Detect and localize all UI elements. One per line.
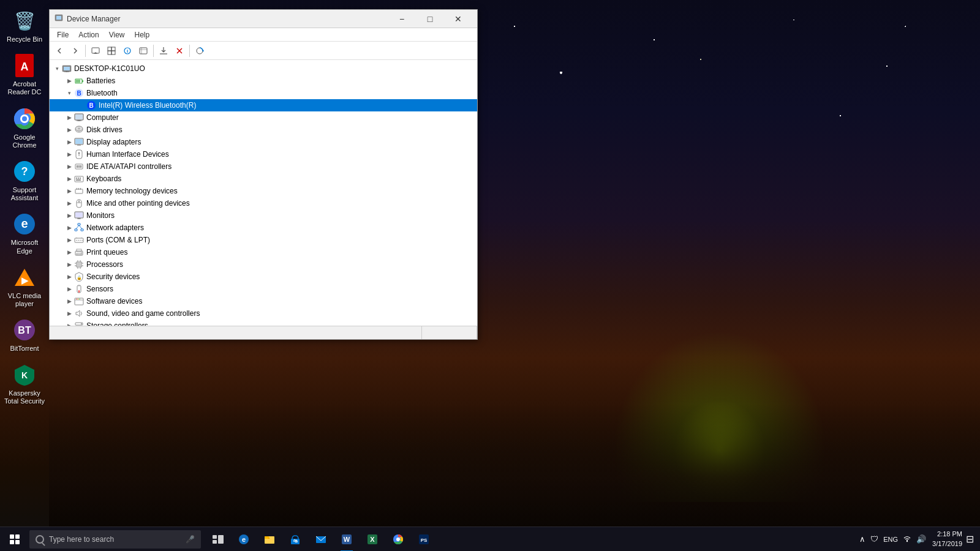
desktop-icon-chrome[interactable]: Google Chrome bbox=[1, 103, 48, 153]
root-icon bbox=[62, 64, 72, 73]
menu-action[interactable]: Action bbox=[74, 28, 104, 42]
chevron-up-icon[interactable]: ∧ bbox=[858, 533, 867, 545]
svg-rect-64 bbox=[78, 178, 79, 179]
taskbar: Type here to search 🎤 e bbox=[0, 527, 980, 551]
tree-node-keyboards[interactable]: ▶ Keyboards bbox=[50, 173, 477, 185]
update-driver-btn[interactable] bbox=[156, 43, 171, 58]
uninstall-btn[interactable] bbox=[172, 43, 187, 58]
software-label: Software devices bbox=[86, 297, 142, 305]
sensors-icon bbox=[74, 284, 84, 294]
svg-text:A: A bbox=[21, 61, 29, 73]
svg-line-81 bbox=[76, 225, 79, 229]
tree-node-ide[interactable]: ▶ IDE ATA/ATAPI controllers bbox=[50, 160, 477, 173]
mice-icon bbox=[74, 198, 84, 208]
tree-node-software[interactable]: ▶ Software devices bbox=[50, 295, 477, 307]
svg-line-82 bbox=[79, 225, 82, 229]
minimize-button[interactable]: − bbox=[388, 10, 416, 28]
taskbar-word[interactable]: W bbox=[334, 527, 359, 552]
tree-node-sound[interactable]: ▶ Sound, video and game controllers bbox=[50, 307, 477, 320]
disk-expander: ▶ bbox=[64, 125, 74, 135]
monitors-icon bbox=[74, 211, 84, 220]
taskbar-explorer[interactable] bbox=[257, 527, 282, 552]
desktop-icon-vlc[interactable]: ▶ VLC media player bbox=[1, 261, 48, 312]
taskbar-edge[interactable]: e bbox=[232, 527, 256, 552]
scan-hardware-btn[interactable] bbox=[192, 43, 207, 58]
tree-node-security[interactable]: ▶ 🔒 Security devices bbox=[50, 271, 477, 283]
desktop-icon-edge[interactable]: e Microsoft Edge bbox=[1, 208, 48, 258]
security-icon-tb[interactable]: 🛡 bbox=[869, 533, 880, 545]
forward-button[interactable] bbox=[68, 43, 83, 58]
tree-node-monitors[interactable]: ▶ Monitors bbox=[50, 209, 477, 222]
taskbar-store[interactable]: 🛍 bbox=[283, 527, 307, 552]
tree-node-display[interactable]: ▶ Display adapters bbox=[50, 136, 477, 148]
start-button[interactable] bbox=[0, 527, 29, 552]
menu-help[interactable]: Help bbox=[130, 28, 155, 42]
resources-view-btn[interactable] bbox=[104, 43, 119, 58]
svg-text:X: X bbox=[370, 536, 375, 543]
window-controls: − □ ✕ bbox=[388, 10, 472, 28]
taskbar-powershell[interactable]: PS bbox=[412, 527, 436, 552]
tree-node-ports[interactable]: ▶ Ports (COM & LPT) bbox=[50, 234, 477, 246]
desktop-icon-acrobat[interactable]: A AcrobatReader DC bbox=[1, 50, 48, 100]
desktop-icon-hp-support[interactable]: ? Support Assistant bbox=[1, 156, 48, 206]
network-icon-tb[interactable] bbox=[902, 533, 913, 545]
svg-point-93 bbox=[81, 252, 82, 253]
tree-node-print[interactable]: ▶ Print queues bbox=[50, 246, 477, 258]
taskbar-mail[interactable] bbox=[309, 527, 333, 552]
close-button[interactable]: ✕ bbox=[444, 10, 472, 28]
toolbar-sep-2 bbox=[153, 45, 154, 57]
ide-icon bbox=[74, 162, 84, 171]
menu-view[interactable]: View bbox=[104, 28, 130, 42]
taskbar-chrome[interactable] bbox=[386, 527, 410, 552]
tree-node-bluetooth[interactable]: ▾ B Bluetooth bbox=[50, 87, 477, 99]
svg-rect-128 bbox=[213, 540, 217, 544]
device-tree[interactable]: ▾ DESKTOP-K1C01UO ▶ bbox=[50, 60, 477, 326]
tree-node-mice[interactable]: ▶ Mice and other pointing devices bbox=[50, 197, 477, 209]
notif-icons: ∧ 🛡 ENG 🔊 bbox=[856, 533, 930, 545]
show-devices-resources-btn[interactable] bbox=[136, 43, 151, 58]
taskbar-clock[interactable]: 2:18 PM 3/17/2019 bbox=[932, 530, 962, 549]
tree-node-sensors[interactable]: ▶ Sensors bbox=[50, 283, 477, 295]
desktop-icon-bittorrent[interactable]: BT BitTorrent bbox=[1, 314, 48, 356]
back-button[interactable] bbox=[52, 43, 67, 58]
maximize-button[interactable]: □ bbox=[416, 10, 444, 28]
ports-label: Ports (COM & LPT) bbox=[86, 236, 150, 244]
svg-rect-133 bbox=[265, 536, 269, 539]
desktop-icon-recycle-bin[interactable]: 🗑️ Recycle Bin bbox=[1, 5, 48, 47]
desktop-icon-kaspersky[interactable]: K KasperskyTotal Security bbox=[1, 359, 48, 409]
batteries-label: Batteries bbox=[86, 77, 115, 85]
volume-icon[interactable]: 🔊 bbox=[915, 533, 927, 545]
menu-file[interactable]: File bbox=[52, 28, 74, 42]
tree-node-processors[interactable]: ▶ Processors bbox=[50, 258, 477, 271]
tree-node-computer[interactable]: ▶ Computer bbox=[50, 111, 477, 124]
tree-node-batteries[interactable]: ▶ Batteries bbox=[50, 75, 477, 87]
computer-expander: ▶ bbox=[64, 113, 74, 122]
ime-icon[interactable]: ENG bbox=[882, 534, 899, 544]
bittorrent-label: BitTorrent bbox=[10, 345, 39, 353]
chrome-label: Google Chrome bbox=[4, 133, 45, 149]
network-icon bbox=[74, 223, 84, 233]
keyboards-label: Keyboards bbox=[86, 174, 121, 183]
taskbar-task-view[interactable] bbox=[206, 527, 230, 552]
tree-node-storage[interactable]: ▶ Storage controllers bbox=[50, 320, 477, 326]
tree-node-bluetooth-intel[interactable]: B Intel(R) Wireless Bluetooth(R) bbox=[50, 99, 477, 111]
tree-node-disk[interactable]: ▶ Disk drives bbox=[50, 124, 477, 136]
window-titlebar[interactable]: Device Manager − □ ✕ bbox=[50, 10, 477, 28]
tree-node-memory[interactable]: ▶ Memory technology devices bbox=[50, 185, 477, 197]
action-center-icon[interactable]: ⊟ bbox=[965, 532, 975, 546]
device-manager-view-btn[interactable] bbox=[88, 43, 103, 58]
monitors-expander: ▶ bbox=[64, 211, 74, 220]
taskbar-excel[interactable]: X bbox=[360, 527, 385, 552]
tree-node-hid[interactable]: ▶ Human Interface Devices bbox=[50, 148, 477, 160]
properties-btn[interactable]: i bbox=[120, 43, 135, 58]
memory-label: Memory technology devices bbox=[86, 187, 178, 195]
edge-icon: e bbox=[12, 212, 37, 236]
tree-node-network[interactable]: ▶ Network adapters bbox=[50, 222, 477, 234]
taskbar-search[interactable]: Type here to search 🎤 bbox=[29, 530, 201, 549]
svg-point-112 bbox=[79, 299, 80, 300]
acrobat-label: AcrobatReader DC bbox=[7, 80, 41, 96]
print-icon bbox=[74, 247, 84, 257]
tree-root[interactable]: ▾ DESKTOP-K1C01UO bbox=[50, 62, 477, 75]
svg-point-85 bbox=[78, 240, 79, 241]
disk-label: Disk drives bbox=[86, 126, 123, 134]
